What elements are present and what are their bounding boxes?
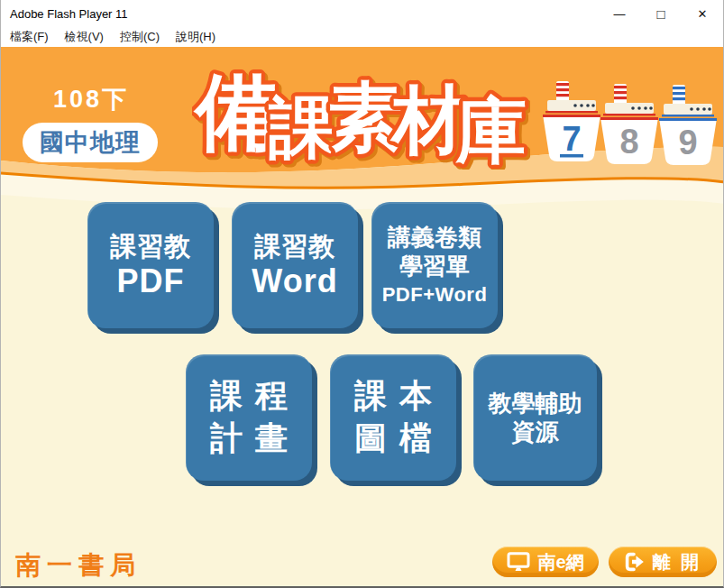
semester-label: 108下 [28,83,154,115]
title-char: 庫 [455,91,527,170]
boat-icon: 7 [541,78,602,168]
exit-label: 離 開 [653,550,702,574]
grade-9-label: 9 [678,124,697,161]
tile-label: 學習單 [399,252,470,281]
window-controls: — □ ✕ [599,0,723,27]
menu-control[interactable]: 控制(C) [112,29,168,45]
tile-label: 課習教 [254,230,335,262]
tile-course-plan[interactable]: 課程 計畫 [186,354,312,481]
tile-label: Word [252,262,337,299]
subject-badge: 國中地理 [23,123,158,162]
maximize-button[interactable]: □ [640,0,682,27]
nane-web-button[interactable]: 南e網 [492,547,599,577]
grade-tab-9[interactable]: 9 [657,81,719,175]
tile-keshijiao-word[interactable]: 課習教 Word [232,202,358,328]
tile-handouts-worksheets[interactable]: 講義卷類 學習單 PDF+Word [371,202,498,328]
minimize-icon: — [614,7,626,21]
menubar: 檔案(F) 檢視(V) 控制(C) 說明(H) [1,27,723,47]
menu-file[interactable]: 檔案(F) [2,29,57,45]
nane-web-label: 南e網 [537,550,583,574]
tile-teaching-resources[interactable]: 教學輔助 資源 [473,354,597,481]
title-char: 課 [268,90,336,165]
subject-label: 國中地理 [40,126,141,159]
boat-icon: 9 [657,81,719,171]
tile-label: 計畫 [197,418,300,460]
menu-view[interactable]: 檢視(V) [57,29,112,45]
grade-7-label: 7 [562,120,581,158]
tile-label: 課程 [197,375,300,418]
minimize-button[interactable]: — [599,0,640,27]
exit-button[interactable]: 離 開 [609,547,717,577]
flash-player-window: Adobe Flash Player 11 — □ ✕ 檔案(F) 檢視(V) … [0,0,724,588]
tile-label: PDF+Word [382,281,488,308]
menu-help[interactable]: 說明(H) [168,29,224,45]
title-char: 備 [193,66,279,158]
tile-keshijiao-pdf[interactable]: 課習教 PDF [87,202,214,328]
tile-label: 講義卷類 [388,223,481,253]
boat-icon: 8 [599,80,660,170]
grade-8-label: 8 [619,123,638,161]
title-char: 材 [389,78,466,161]
tile-label: 課本 [342,375,444,418]
tile-label: 課習教 [110,230,191,262]
tile-textbook-images[interactable]: 課本 圖檔 [330,354,456,481]
maximize-icon: □ [656,6,664,22]
monitor-icon [507,552,530,572]
titlebar: Adobe Flash Player 11 — □ ✕ [1,0,723,27]
tile-label: 圖檔 [342,418,444,460]
flash-stage: 108下 國中地理 備 課 素 材 庫 [1,47,723,588]
close-button[interactable]: ✕ [682,0,723,27]
tile-label: 教學輔助 [489,389,582,418]
title-char: 素 [328,76,402,158]
tile-label: 資源 [512,418,559,447]
window-title: Adobe Flash Player 11 [10,7,128,21]
main-title: 備 課 素 材 庫 [192,54,530,170]
active-tab-underline [560,154,583,158]
tile-label: PDF [117,262,185,299]
grade-tab-7[interactable]: 7 [541,78,602,171]
publisher-logo: 南一書局 [15,548,142,583]
close-icon: ✕ [698,7,708,21]
exit-icon [624,552,646,572]
grade-tab-8[interactable]: 8 [599,80,660,174]
